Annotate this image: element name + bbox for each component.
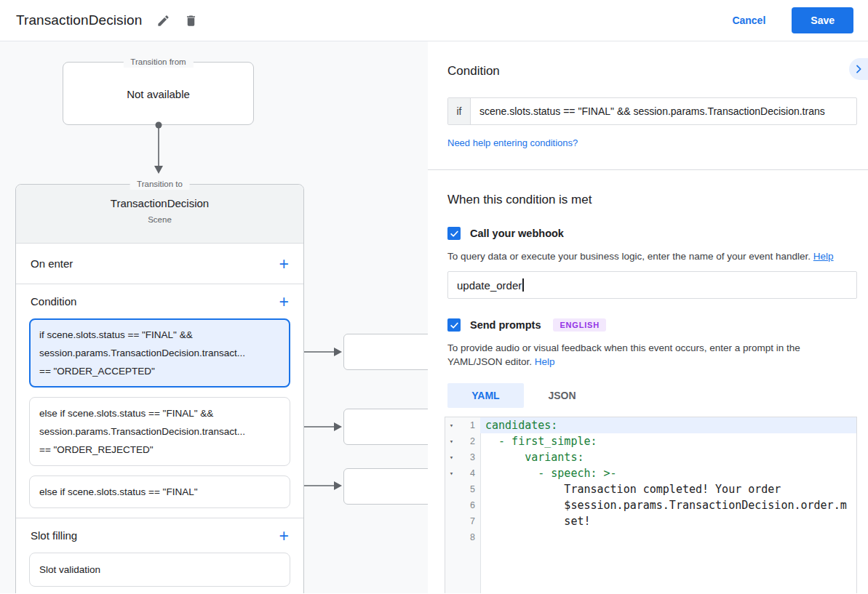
condition-card-text: else if scene.slots.status == "FINAL" && (39, 404, 280, 422)
code-line[interactable]: ▾4 - speech: >- (445, 465, 856, 481)
condition-card[interactable]: else if scene.slots.status == "FINAL" &&… (29, 397, 290, 466)
tab-yaml[interactable]: YAML (447, 383, 524, 408)
on-enter-row[interactable]: On enter + (16, 244, 303, 284)
code-line[interactable]: ▾1candidates: (445, 417, 856, 433)
condition-expression-input[interactable]: scene.slots.status == "FINAL" && session… (471, 98, 856, 124)
condition-card-text: if scene.slots.status == "FINAL" && (39, 326, 280, 344)
triangle-down-icon[interactable]: ▾ (445, 449, 458, 465)
editor-gutter: 7 (445, 513, 480, 529)
webhook-description: To query data or execute your business l… (447, 249, 857, 263)
condition-card-text: == "ORDER_REJECTED" (39, 441, 280, 459)
call-webhook-label: Call your webhook (470, 228, 564, 239)
edit-icon[interactable] (155, 12, 171, 28)
slot-card-list: Slot validation (29, 553, 290, 587)
code-text: - speech: >- (480, 465, 856, 481)
condition-card-text: else if scene.slots.status == "FINAL" (39, 483, 280, 501)
code-text (480, 529, 856, 545)
editor-gutter: ▾1 (445, 417, 480, 433)
prompts-description: To provide audio or visual feedback when… (447, 341, 857, 369)
code-line[interactable]: 7 set! (445, 513, 856, 529)
top-bar: TransactionDecision Cancel Save (0, 0, 868, 41)
condition-section: Condition + if scene.slots.status == "FI… (16, 284, 303, 587)
slot-filling-section-label: Slot filling (31, 529, 77, 542)
transition-target-box[interactable] (343, 468, 428, 505)
scene-diagram-canvas: Transition from Not available Transition (0, 41, 428, 593)
line-number: 7 (458, 513, 480, 529)
trash-icon[interactable] (183, 12, 199, 28)
send-prompts-checkbox[interactable] (447, 318, 461, 332)
editor-gutter: ▾3 (445, 449, 480, 465)
editor-gutter: 8 (445, 529, 480, 545)
code-line[interactable]: ▾3 variants: (445, 449, 856, 465)
line-number: 2 (458, 433, 480, 449)
code-line[interactable]: 6 $session.params.TransactionDecision.or… (445, 497, 856, 513)
editor-gutter: ▾4 (445, 465, 480, 481)
panel-divider (428, 169, 868, 170)
call-webhook-checkbox[interactable] (447, 227, 461, 240)
collapse-panel-button[interactable] (849, 58, 868, 80)
webhook-handler-input[interactable]: update_order (447, 271, 857, 299)
triangle-down-icon[interactable]: ▾ (445, 465, 458, 481)
chevron-right-icon (853, 63, 864, 75)
line-number: 6 (458, 497, 480, 513)
language-badge: ENGLISH (553, 318, 606, 332)
tab-json[interactable]: JSON (524, 383, 600, 408)
transition-from-label: Transition from (123, 57, 193, 68)
code-line[interactable]: 5 Transaction completed! Your order (445, 481, 856, 497)
triangle-down-icon[interactable]: ▾ (445, 433, 458, 449)
scene-card-header[interactable]: TransactionDecision Scene (16, 185, 303, 244)
transition-target-box[interactable] (343, 409, 428, 445)
if-prefix-label: if (448, 98, 471, 124)
editor-gutter: ▾2 (445, 433, 480, 449)
send-prompts-label: Send prompts (470, 319, 541, 331)
condition-section-label: Condition (31, 295, 76, 308)
panel-title: Condition (447, 64, 857, 79)
transition-to-box: Transition to TransactionDecision Scene … (15, 184, 304, 593)
editor-format-tabs: YAMLJSON (447, 383, 857, 408)
prompts-help-link[interactable]: Help (535, 356, 555, 367)
text-cursor (522, 278, 524, 292)
condition-card[interactable]: if scene.slots.status == "FINAL" &&sessi… (29, 318, 290, 388)
conditions-help-link[interactable]: Need help entering conditions? (447, 137, 578, 148)
condition-expression-field: if scene.slots.status == "FINAL" && sess… (447, 97, 857, 125)
line-number: 8 (458, 529, 480, 545)
editor-gutter: 5 (445, 481, 480, 497)
save-button[interactable]: Save (792, 7, 853, 33)
add-condition-plus-icon[interactable]: + (279, 294, 289, 309)
code-text: candidates: (480, 417, 856, 433)
condition-card-text: == "ORDER_ACCEPTED" (39, 362, 280, 380)
code-text: variants: (480, 449, 856, 465)
checkmark-icon (450, 229, 459, 238)
add-on-enter-plus-icon[interactable]: + (279, 257, 289, 271)
line-number: 5 (458, 481, 480, 497)
add-slot-plus-icon[interactable]: + (279, 529, 289, 543)
when-condition-met-title: When this condition is met (447, 193, 857, 207)
cancel-button[interactable]: Cancel (732, 15, 765, 26)
scene-type: Scene (16, 215, 303, 224)
condition-editor-panel: Condition if scene.slots.status == "FINA… (428, 41, 868, 593)
condition-card-list: if scene.slots.status == "FINAL" &&sessi… (29, 318, 290, 508)
code-text: - first_simple: (480, 433, 856, 449)
code-text: set! (480, 513, 856, 529)
transition-to-label: Transition to (130, 179, 190, 190)
editor-gutter: 6 (445, 497, 480, 513)
line-number: 1 (458, 417, 480, 433)
transition-target-box[interactable] (343, 334, 428, 370)
condition-card-text: session.params.TransactionDecision.trans… (39, 344, 280, 362)
condition-card-text: session.params.TransactionDecision.trans… (39, 422, 280, 441)
yaml-code-editor[interactable]: ▾1candidates:▾2 - first_simple:▾3 varian… (445, 417, 857, 593)
page-title: TransactionDecision (16, 12, 142, 28)
line-number: 3 (458, 449, 480, 465)
code-line[interactable]: 8 (445, 529, 856, 545)
condition-card[interactable]: else if scene.slots.status == "FINAL" (29, 475, 290, 508)
scene-name: TransactionDecision (16, 197, 303, 209)
code-text: Transaction completed! Your order (480, 481, 856, 497)
slot-validation-card[interactable]: Slot validation (29, 553, 290, 587)
code-text: $session.params.TransactionDecision.orde… (480, 497, 856, 513)
webhook-help-link[interactable]: Help (813, 251, 834, 262)
code-line[interactable]: ▾2 - first_simple: (445, 433, 856, 449)
transition-from-box: Transition from Not available (63, 62, 254, 125)
triangle-down-icon[interactable]: ▾ (445, 417, 458, 433)
transition-from-value: Not available (63, 87, 253, 100)
on-enter-label: On enter (31, 257, 73, 270)
